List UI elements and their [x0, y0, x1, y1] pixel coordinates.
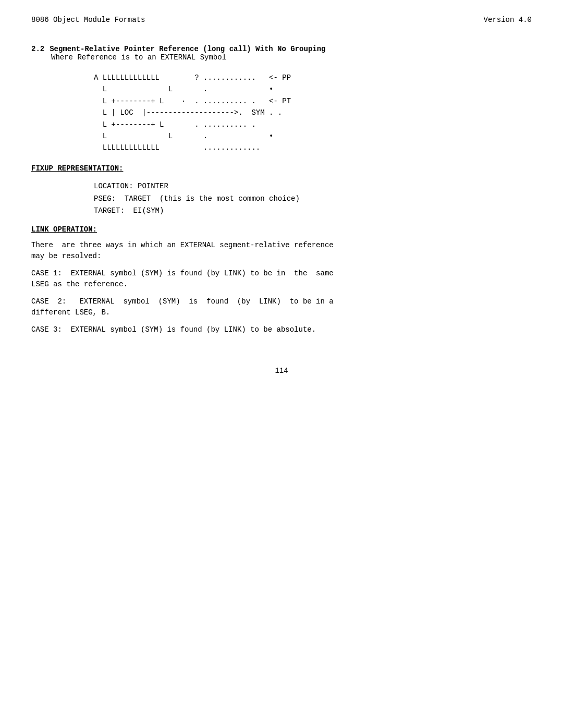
diagram: A LLLLLLLLLLLLL ? ............ <- PP L L…: [94, 72, 532, 154]
case-1-label: CASE 1:: [31, 269, 71, 277]
fixup-details: LOCATION: POINTER PSEG: TARGET (this is …: [94, 180, 532, 217]
case-2-text-2: different LSEG, B.: [31, 308, 110, 317]
fixup-section: FIXUP REPRESENTATION:: [31, 164, 532, 173]
header-left: 8086 Object Module Formats: [31, 16, 145, 24]
header-right: Version 4.0: [484, 16, 532, 24]
section-subtitle: Where Reference is to an EXTERNAL Symbol: [51, 53, 226, 62]
fixup-title: FIXUP REPRESENTATION:: [31, 164, 123, 173]
case-2-block: CASE 2: EXTERNAL symbol (SYM) is found (…: [31, 296, 532, 318]
section-heading-text: Segment-Relative Pointer Reference (long…: [50, 45, 325, 53]
case-3-block: CASE 3: EXTERNAL symbol (SYM) is found (…: [31, 324, 532, 335]
case-1-text: EXTERNAL symbol (SYM) is found (by LINK)…: [71, 269, 334, 277]
case-1-text-2: LSEG as the reference.: [31, 280, 128, 288]
page-number: 114: [275, 367, 288, 375]
case-1-block: CASE 1: EXTERNAL symbol (SYM) is found (…: [31, 268, 532, 290]
case-2-label: CASE 2:: [31, 297, 79, 306]
section-title-block: 2.2 Segment-Relative Pointer Reference (…: [31, 45, 532, 62]
section-number: 2.2: [31, 45, 44, 53]
link-operation-intro: There are three ways in which an EXTERNA…: [31, 240, 532, 262]
case-3-text: EXTERNAL symbol (SYM) is found (by LINK)…: [71, 325, 316, 334]
case-2-text: EXTERNAL symbol (SYM) is found (by LINK)…: [79, 297, 333, 306]
link-operation-section: LINK OPERATION:: [31, 225, 532, 234]
link-operation-title: LINK OPERATION:: [31, 225, 97, 234]
case-3-label: CASE 3:: [31, 325, 71, 334]
